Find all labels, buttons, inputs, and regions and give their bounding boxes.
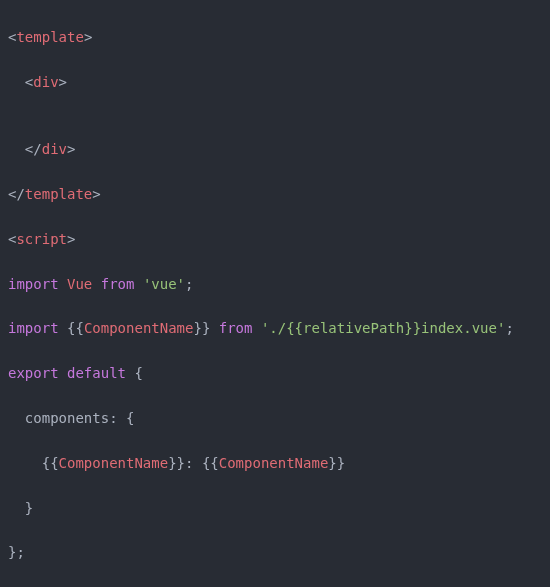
keyword-import: import	[8, 320, 59, 336]
code-line: }	[8, 497, 550, 519]
tag-name: template	[25, 186, 92, 202]
angle-close: >	[59, 74, 67, 90]
code-line: <script>	[8, 228, 550, 250]
keyword-default: default	[67, 365, 126, 381]
code-line: };	[8, 541, 550, 563]
angle-close: >	[84, 29, 92, 45]
tag-name: div	[42, 141, 67, 157]
angle-close: >	[67, 231, 75, 247]
identifier: ComponentName	[219, 455, 329, 471]
keyword-import: import	[8, 276, 59, 292]
identifier: ComponentName	[84, 320, 194, 336]
angle-close: >	[92, 186, 100, 202]
tag-name: div	[33, 74, 58, 90]
keyword-from: from	[219, 320, 253, 336]
tag-name: template	[16, 29, 83, 45]
code-line: </div>	[8, 138, 550, 160]
code-line: components: {	[8, 407, 550, 429]
keyword-export: export	[8, 365, 59, 381]
code-line: {{ComponentName}}: {{ComponentName}}	[8, 452, 550, 474]
identifier: ComponentName	[59, 455, 169, 471]
code-line: export default {	[8, 362, 550, 384]
code-line: </template>	[8, 183, 550, 205]
string-literal: './{{	[261, 320, 303, 336]
code-line: <div>	[8, 71, 550, 93]
angle-open: </	[8, 186, 25, 202]
code-line: import Vue from 'vue';	[8, 273, 550, 295]
keyword-from: from	[101, 276, 135, 292]
code-editor[interactable]: <template> <div> </div> </template> <scr…	[0, 0, 550, 587]
property: components	[25, 410, 109, 426]
code-line: import {{ComponentName}} from './{{relat…	[8, 317, 550, 339]
tag-name: script	[16, 231, 67, 247]
angle-close: >	[67, 141, 75, 157]
angle-open: </	[25, 141, 42, 157]
identifier: Vue	[67, 276, 92, 292]
string-literal: 'vue'	[143, 276, 185, 292]
code-line: <template>	[8, 26, 550, 48]
